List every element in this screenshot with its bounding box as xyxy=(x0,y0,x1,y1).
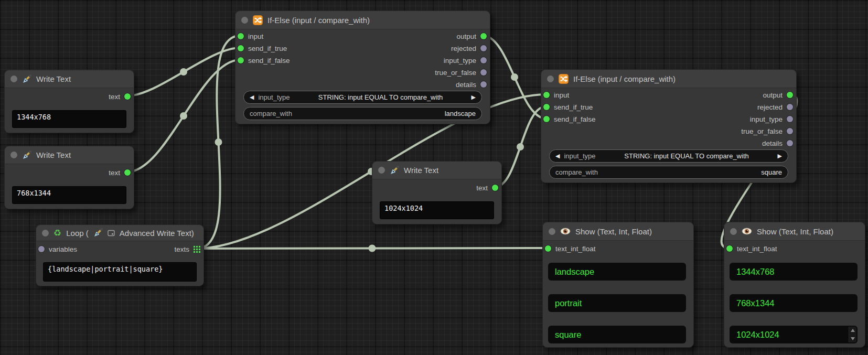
output-port-true_or_false[interactable]: true_or_false xyxy=(741,126,793,136)
node-header[interactable]: Show (Text, Int, Float) xyxy=(724,222,865,241)
collapse-dot[interactable] xyxy=(547,76,554,82)
output-port-output[interactable]: output xyxy=(763,90,793,100)
output-port-rejected[interactable]: rejected xyxy=(757,102,793,112)
combo-next-icon[interactable]: ▶ xyxy=(778,153,782,159)
port-dot[interactable] xyxy=(124,93,131,100)
node-header[interactable]: If-Else (input / compare_with) xyxy=(541,70,796,88)
port-dot[interactable] xyxy=(492,185,498,191)
widget-value: STRING: input EQUAL TO compare_with xyxy=(599,152,773,160)
port-dot[interactable] xyxy=(726,245,733,252)
text-input[interactable]: 1344x768 xyxy=(12,110,126,128)
output-port-output[interactable]: output xyxy=(456,31,487,41)
node-header[interactable]: ♻Loop (Advanced Write Text) xyxy=(36,225,203,241)
node-title: Show (Text, Int, Float) xyxy=(757,227,833,236)
display-value-box[interactable]: 1024x1024 xyxy=(730,326,858,343)
port-dot[interactable] xyxy=(787,92,793,98)
input-port-input[interactable]: input xyxy=(543,90,569,100)
node-header[interactable]: Show (Text, Int, Float) xyxy=(543,222,693,241)
collapse-dot[interactable] xyxy=(549,228,555,235)
input-port-send_if_false[interactable]: send_if_false xyxy=(238,55,290,66)
node-header[interactable]: Write Text xyxy=(5,70,134,88)
port-dot[interactable] xyxy=(124,169,131,176)
port-dot[interactable] xyxy=(480,57,487,63)
collapse-dot[interactable] xyxy=(241,17,248,24)
output-port-text[interactable]: text xyxy=(109,167,131,178)
widget-compare_with[interactable]: compare_withsquare xyxy=(549,166,788,179)
scroll-stepper[interactable] xyxy=(849,327,856,342)
port-label: input xyxy=(248,33,263,40)
collapse-dot[interactable] xyxy=(378,167,385,174)
port-dot[interactable] xyxy=(480,81,487,88)
input-port-variables[interactable]: variables xyxy=(38,244,77,254)
wire-midpoint-dot[interactable] xyxy=(180,112,187,120)
input-port-send_if_true[interactable]: send_if_true xyxy=(238,43,287,53)
input-port-input[interactable]: input xyxy=(238,31,263,41)
output-port-true_or_false[interactable]: true_or_false xyxy=(435,67,487,78)
output-port-input_type[interactable]: input_type xyxy=(444,55,487,66)
widget-input_type[interactable]: ◀input_typeSTRING: input EQUAL TO compar… xyxy=(243,91,482,104)
text-input[interactable]: {landscape|portrait|square} xyxy=(43,262,197,282)
port-dot[interactable] xyxy=(787,140,793,146)
text-input[interactable]: 1024x1024 xyxy=(380,201,494,219)
output-port-rejected[interactable]: rejected xyxy=(451,43,487,53)
eye-icon xyxy=(742,228,752,235)
input-port-text_int_float[interactable]: text_int_float xyxy=(726,243,777,254)
port-dot[interactable] xyxy=(545,245,551,252)
output-port-details[interactable]: details xyxy=(762,138,793,148)
display-value-box[interactable]: portrait xyxy=(548,294,686,312)
port-dot[interactable] xyxy=(543,104,550,110)
input-port-text_int_float[interactable]: text_int_float xyxy=(545,243,596,254)
port-dot[interactable] xyxy=(480,33,487,39)
collapse-dot[interactable] xyxy=(10,152,17,158)
grid-icon xyxy=(194,246,200,253)
node-title: Write Text xyxy=(36,150,71,159)
wire-midpoint-dot[interactable] xyxy=(215,138,222,146)
wire-midpoint-dot[interactable] xyxy=(517,143,524,150)
port-label: send_if_false xyxy=(248,57,290,64)
input-port-send_if_true[interactable]: send_if_true xyxy=(543,102,593,112)
wire-midpoint-dot[interactable] xyxy=(369,245,376,252)
widget-compare_with[interactable]: compare_withlandscape xyxy=(243,107,482,120)
combo-prev-icon[interactable]: ◀ xyxy=(250,94,254,100)
display-value-box[interactable]: landscape xyxy=(548,263,686,281)
combo-prev-icon[interactable]: ◀ xyxy=(555,153,560,159)
display-value-box[interactable]: 1344x768 xyxy=(730,263,858,281)
widget-input_type[interactable]: ◀input_typeSTRING: input EQUAL TO compar… xyxy=(549,149,788,163)
port-dot[interactable] xyxy=(543,116,550,122)
node-editor-canvas[interactable]: Write Texttext1344x768Write Texttext768x… xyxy=(0,0,868,355)
port-dot[interactable] xyxy=(787,116,793,122)
text-input[interactable]: 768x1344 xyxy=(12,186,126,204)
pen-icon xyxy=(390,166,399,175)
node-header[interactable]: Write Text xyxy=(5,146,134,164)
stepper-down-icon[interactable] xyxy=(851,337,855,340)
output-port-texts[interactable]: texts xyxy=(174,244,200,254)
port-dot[interactable] xyxy=(787,128,793,134)
port-dot[interactable] xyxy=(238,57,244,63)
stepper-up-icon[interactable] xyxy=(851,329,855,332)
collapse-dot[interactable] xyxy=(10,76,17,82)
input-port-send_if_false[interactable]: send_if_false xyxy=(543,114,596,124)
output-port-text[interactable]: text xyxy=(109,91,131,102)
combo-next-icon[interactable]: ▶ xyxy=(471,94,476,100)
collapse-dot[interactable] xyxy=(42,230,49,236)
output-port-text[interactable]: text xyxy=(476,182,498,193)
output-port-details[interactable]: details xyxy=(456,79,487,90)
port-dot[interactable] xyxy=(38,246,45,252)
port-dot[interactable] xyxy=(480,45,487,51)
collapse-dot[interactable] xyxy=(730,228,737,235)
port-label: rejected xyxy=(451,45,476,52)
node-header[interactable]: If-Else (input / compare_with) xyxy=(235,11,490,29)
port-dot[interactable] xyxy=(787,104,793,110)
wire-midpoint-dot[interactable] xyxy=(180,68,187,76)
wire-midpoint-dot[interactable] xyxy=(511,73,518,81)
node-header[interactable]: Write Text xyxy=(372,162,501,179)
port-dot[interactable] xyxy=(238,33,244,39)
display-value-box[interactable]: 768x1344 xyxy=(730,294,858,312)
pen-icon xyxy=(93,228,103,238)
output-port-input_type[interactable]: input_type xyxy=(750,114,793,124)
port-label: texts xyxy=(174,245,189,253)
display-value-box[interactable]: square xyxy=(548,326,686,343)
port-dot[interactable] xyxy=(480,69,487,76)
port-dot[interactable] xyxy=(543,92,550,98)
port-dot[interactable] xyxy=(238,45,244,51)
